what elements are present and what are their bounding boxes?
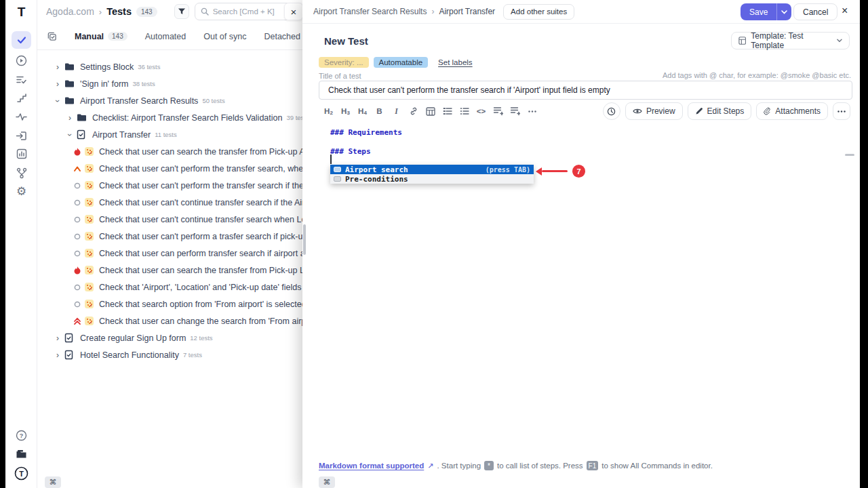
save-options-button[interactable] [776,3,791,20]
branches-icon[interactable] [12,164,31,182]
brand-icon[interactable]: T [12,464,31,482]
test-row[interactable]: Check that user can't perform the transf… [37,160,302,177]
template-select[interactable]: Template: Test Template [731,32,850,49]
bold-button[interactable]: B [371,103,388,119]
save-button[interactable]: Save [741,3,776,20]
suite-row[interactable]: ›Checklist: Airport Transfer Search Fiel… [37,109,302,126]
test-row[interactable]: Check that user can't perform a trasfer … [37,228,302,245]
more-formatting-button[interactable] [524,103,540,119]
test-row[interactable]: Check that user can't continue transfer … [37,211,302,228]
heading3-button[interactable]: H3 [337,103,354,119]
import-icon[interactable] [12,127,31,144]
edit-steps-label: Edit Steps [707,106,745,116]
suite-row[interactable]: ›Create regular Sign Up form12 tests [37,329,302,346]
suite-title: Create regular Sign Up form [80,333,186,343]
tree-scrollbar-handle[interactable] [303,224,306,255]
reports-icon[interactable] [12,145,31,163]
suite-breadcrumb-parent[interactable]: Airport Transfer Search Results [313,7,427,16]
test-row[interactable]: Check that user can change the search fr… [37,312,302,329]
clear-search-button[interactable]: × [284,3,302,20]
settings-gear-icon[interactable]: ⚙ [12,182,31,200]
markdown-help-link[interactable]: Markdown format supported [319,462,424,470]
bullet-list-button[interactable] [456,103,473,119]
test-row[interactable]: Check that search option from 'From airp… [37,296,302,312]
chevron-right-icon[interactable]: › [66,113,73,123]
link-button[interactable] [405,103,422,119]
keyboard-shortcuts-button[interactable]: ⌘ [319,476,335,488]
preview-button[interactable]: Preview [625,102,683,120]
tab-detached[interactable]: Detached [264,32,300,41]
cancel-button[interactable]: Cancel [793,3,837,20]
test-row[interactable]: Check that user can perform transfer sea… [37,245,302,262]
more-actions-button[interactable] [833,102,850,120]
docs-icon[interactable] [12,445,31,463]
chevron-down-icon[interactable]: › [65,131,75,138]
tab-automated[interactable]: Automated [145,32,186,41]
chevron-right-icon[interactable]: › [54,62,61,72]
normal-severity-icon [74,284,81,291]
pulse-icon[interactable] [12,108,31,125]
test-row[interactable]: Check that user can't continue transfer … [37,194,302,211]
suite-test-count: 38 tests [132,80,155,87]
folder-icon [64,62,75,71]
tests-icon[interactable] [12,31,31,49]
search-input[interactable] [213,7,281,16]
app-logo[interactable]: T [5,5,37,20]
edit-steps-button[interactable]: Edit Steps [688,102,752,120]
editor-line-requirements: ### Requirements [330,128,402,137]
snippet-icon [334,176,341,182]
test-row[interactable]: Check that 'Airport', 'Location' and 'Pi… [37,279,302,296]
suite-row[interactable]: ›Settings Block36 tests [37,58,302,75]
runs-icon[interactable] [12,52,31,69]
test-row[interactable]: Check that user can search the transfer … [37,262,302,279]
insert-step-list-alt-button[interactable] [507,103,524,119]
keyboard-shortcuts-button[interactable]: ⌘ [45,476,61,488]
attachments-button[interactable]: Attachments [756,102,828,120]
autocomplete-item[interactable]: Airport search(press TAB) [330,165,534,174]
test-row[interactable]: Check that user can search the transfer … [37,143,302,160]
help-icon[interactable]: ? [12,426,31,444]
normal-severity-icon [74,250,81,257]
steps-icon[interactable] [12,89,31,106]
markdown-editor[interactable]: ### Requirements ### Steps Airport searc… [302,122,860,454]
set-labels-link[interactable]: Set labels [438,58,473,66]
document-suite-icon [77,129,85,140]
suite-title: Settings Block [80,62,134,72]
suite-row[interactable]: ›Airport Transfer11 tests [37,126,302,143]
test-plans-icon[interactable] [12,70,31,88]
link-icon [409,106,418,116]
select-all-icon[interactable] [47,31,57,41]
editor-footer-hint: Markdown format supported ↗ . Start typi… [319,461,713,470]
suite-row[interactable]: ›'Sign in' form38 tests [37,75,302,92]
breadcrumb-project[interactable]: Agoda.com [46,6,94,17]
test-title-input[interactable] [319,81,852,100]
add-other-suites-button[interactable]: Add other suites [503,4,574,20]
suite-row[interactable]: ›Hotel Search Functionality7 tests [37,346,302,363]
close-panel-icon[interactable]: × [842,5,848,17]
filter-button[interactable] [174,4,189,19]
tab-manual[interactable]: Manual143 [75,32,127,41]
history-button[interactable] [603,102,620,120]
tab-out-of-sync[interactable]: Out of sync [203,32,246,41]
suite-row[interactable]: ›Airport Transfer Search Results50 tests [37,92,302,109]
heading4-button[interactable]: H4 [354,103,371,119]
editor-scrollbar-handle[interactable] [845,154,854,156]
insert-step-list-button[interactable] [490,103,507,119]
severity-chip[interactable]: Severity: ... [319,57,369,68]
chevron-right-icon[interactable]: › [54,79,61,89]
insert-step-list-icon [493,106,503,116]
suite-breadcrumb-current[interactable]: Airport Transfer [439,7,495,16]
chevron-right-icon[interactable]: › [54,350,61,360]
autocomplete-item[interactable]: Pre-conditions [330,174,534,184]
test-row[interactable]: Check that user can't perform the transf… [37,177,302,194]
ordered-list-button[interactable] [439,103,456,119]
app-rail: T ⚙ ? T [5,0,37,488]
chevron-right-icon[interactable]: › [54,333,61,343]
chevron-down-icon[interactable]: › [53,98,62,104]
italic-button[interactable]: I [388,103,405,119]
automatable-chip[interactable]: Automatable [374,57,429,68]
search-field[interactable] [195,3,291,20]
heading2-button[interactable]: H2 [320,103,337,119]
table-button[interactable] [422,103,439,119]
code-button[interactable]: <> [473,103,490,119]
